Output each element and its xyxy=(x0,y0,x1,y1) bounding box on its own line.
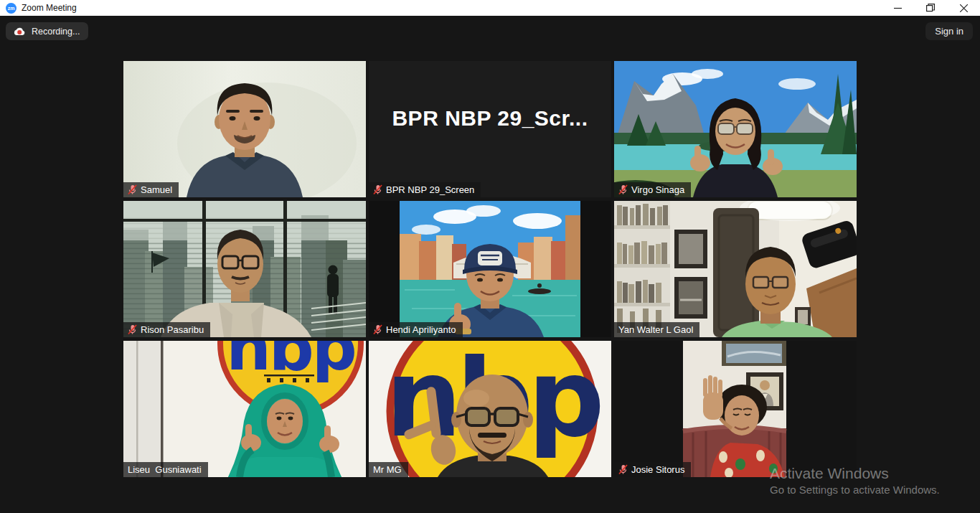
video-tile-screen-share[interactable]: BPR NBP 29_Scr... BPR NBP 29_Screen xyxy=(369,61,611,197)
video-feed-josie-sitorus xyxy=(614,341,857,477)
participant-name: Rison Pasaribu xyxy=(141,324,204,335)
mic-muted-icon xyxy=(618,184,628,195)
video-tile-liseu-gusniawati[interactable]: nbp xyxy=(123,341,366,477)
video-feed-mr-mg: nbp xyxy=(369,341,611,477)
video-tile-samuel[interactable]: Samuel xyxy=(123,61,366,197)
svg-text:nbp: nbp xyxy=(226,341,355,385)
nameplate: BPR NBP 29_Screen xyxy=(369,182,481,197)
minimize-button[interactable] xyxy=(881,0,914,16)
participant-name: Josie Sitorus xyxy=(631,464,684,475)
video-feed-rison-pasaribu xyxy=(123,201,366,337)
video-tile-rison-pasaribu[interactable]: Rison Pasaribu xyxy=(123,201,366,337)
participant-name: Virgo Sinaga xyxy=(631,184,684,195)
video-feed-hendi-apriliyanto xyxy=(369,201,611,337)
video-tile-mr-mg[interactable]: nbp xyxy=(369,341,611,477)
nameplate: Mr MG xyxy=(369,462,408,477)
participant-name: Samuel xyxy=(141,184,172,195)
mic-muted-icon xyxy=(128,324,137,335)
cloud-recording-icon xyxy=(13,27,26,36)
nameplate: Liseu Gusniawati xyxy=(123,462,208,477)
sign-in-button[interactable]: Sign in xyxy=(925,22,973,40)
video-tile-virgo-sinaga[interactable]: Virgo Sinaga xyxy=(614,61,857,197)
participant-name: Yan Walter L Gaol xyxy=(618,324,693,335)
participant-name: Mr MG xyxy=(373,464,402,475)
close-icon xyxy=(960,4,968,12)
participant-name: Hendi Apriliyanto xyxy=(386,324,456,335)
nameplate: Samuel xyxy=(123,182,179,197)
titlebar: zm Zoom Meeting xyxy=(0,0,980,16)
mic-muted-icon xyxy=(373,184,382,195)
window-controls xyxy=(881,0,980,16)
screen-share-title: BPR NBP 29_Scr... xyxy=(369,106,611,131)
close-button[interactable] xyxy=(947,0,980,16)
mic-muted-icon xyxy=(128,184,137,195)
video-tile-josie-sitorus[interactable]: Josie Sitorus xyxy=(614,341,857,477)
watermark-line2: Go to Settings to activate Windows. xyxy=(770,482,940,498)
restore-icon xyxy=(926,4,935,12)
minimize-icon xyxy=(894,4,902,12)
video-tile-hendi-apriliyanto[interactable]: Hendi Apriliyanto xyxy=(369,201,611,337)
zoom-app-icon: zm xyxy=(6,3,17,14)
recording-indicator[interactable]: Recording... xyxy=(6,22,88,40)
nameplate: Josie Sitorus xyxy=(614,462,691,477)
participant-name: BPR NBP 29_Screen xyxy=(386,184,474,195)
window-title: Zoom Meeting xyxy=(22,3,77,13)
nameplate: Virgo Sinaga xyxy=(614,182,691,197)
participant-name: Liseu Gusniawati xyxy=(128,464,202,475)
restore-button[interactable] xyxy=(914,0,947,16)
mic-muted-icon xyxy=(618,464,628,475)
zoom-meeting-window: zm Zoom Meeting Recording... xyxy=(0,0,980,513)
mic-muted-icon xyxy=(373,324,382,335)
video-grid: Samuel BPR NBP 29_Scr... BPR NBP 29_Scre… xyxy=(123,61,857,477)
video-feed-liseu-gusniawati: nbp xyxy=(123,341,366,477)
nameplate: Yan Walter L Gaol xyxy=(614,322,699,337)
nameplate: Hendi Apriliyanto xyxy=(369,322,463,337)
video-feed-yan-walter xyxy=(614,201,857,337)
video-tile-yan-walter[interactable]: Yan Walter L Gaol xyxy=(614,201,857,337)
video-feed-samuel xyxy=(123,61,366,197)
nameplate: Rison Pasaribu xyxy=(123,322,210,337)
video-feed-virgo-sinaga xyxy=(614,61,857,197)
recording-label: Recording... xyxy=(32,27,80,37)
